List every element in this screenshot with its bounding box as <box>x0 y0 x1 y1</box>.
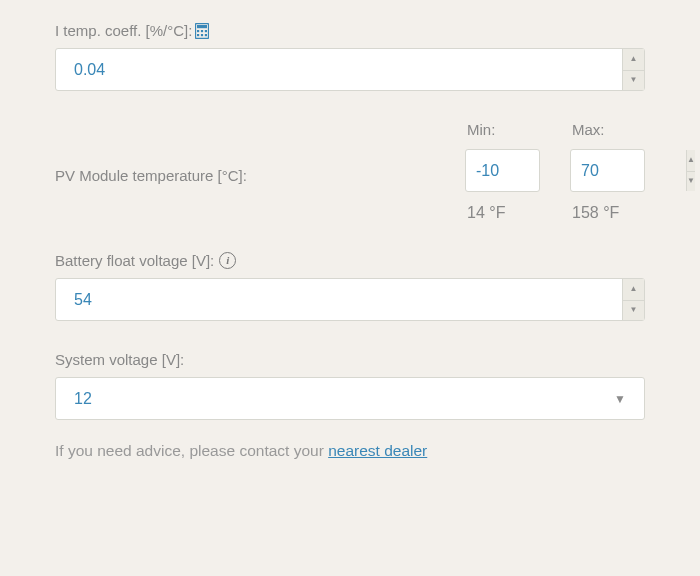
advice-prefix: If you need advice, please contact your <box>55 442 328 459</box>
i-temp-coeff-label: I temp. coeff. [%/°C]: <box>55 22 192 39</box>
float-voltage-spin-buttons: ▲ ▼ <box>622 279 644 320</box>
pv-temp-max-f: 158 °F <box>570 204 645 222</box>
pv-temp-min-spinner: ▲ ▼ <box>465 149 540 192</box>
svg-rect-4 <box>205 30 207 32</box>
i-temp-coeff-down-button[interactable]: ▼ <box>623 70 644 91</box>
pv-temp-min-f: 14 °F <box>465 204 540 222</box>
svg-rect-3 <box>201 30 203 32</box>
nearest-dealer-link[interactable]: nearest dealer <box>328 442 427 459</box>
svg-rect-6 <box>201 34 203 36</box>
i-temp-coeff-label-row: I temp. coeff. [%/°C]: <box>55 22 645 39</box>
field-pv-temp: PV Module temperature [°C]: Min: ▲ ▼ 14 … <box>55 121 645 222</box>
system-voltage-label: System voltage [V]: <box>55 351 184 368</box>
i-temp-coeff-up-button[interactable]: ▲ <box>623 49 644 70</box>
field-system-voltage: System voltage [V]: 12 ▼ <box>55 351 645 420</box>
float-voltage-up-button[interactable]: ▲ <box>623 279 644 300</box>
info-icon[interactable]: i <box>219 252 236 269</box>
float-voltage-input[interactable] <box>56 279 622 320</box>
advice-text: If you need advice, please contact your … <box>55 442 645 460</box>
calculator-icon[interactable] <box>195 23 209 39</box>
pv-temp-max-header: Max: <box>570 121 645 138</box>
pv-temp-min-header: Min: <box>465 121 540 138</box>
pv-temp-max-input[interactable] <box>571 150 700 191</box>
svg-rect-1 <box>197 25 207 28</box>
float-voltage-down-button[interactable]: ▼ <box>623 300 644 321</box>
float-voltage-spinner: ▲ ▼ <box>55 278 645 321</box>
svg-rect-5 <box>197 34 199 36</box>
form-panel: I temp. coeff. [%/°C]: ▲ ▼ <box>0 0 700 482</box>
float-voltage-label-row: Battery float voltage [V]: i <box>55 252 645 269</box>
i-temp-coeff-input[interactable] <box>56 49 622 90</box>
system-voltage-label-row: System voltage [V]: <box>55 351 645 368</box>
i-temp-coeff-spinner: ▲ ▼ <box>55 48 645 91</box>
svg-rect-7 <box>205 34 207 36</box>
chevron-down-icon: ▼ <box>614 392 626 406</box>
system-voltage-select[interactable]: 12 ▼ <box>55 377 645 420</box>
field-float-voltage: Battery float voltage [V]: i ▲ ▼ <box>55 252 645 321</box>
pv-temp-min-col: Min: ▲ ▼ 14 °F <box>465 121 540 222</box>
system-voltage-value: 12 <box>74 390 92 408</box>
i-temp-coeff-spin-buttons: ▲ ▼ <box>622 49 644 90</box>
field-i-temp-coeff: I temp. coeff. [%/°C]: ▲ ▼ <box>55 22 645 91</box>
svg-rect-2 <box>197 30 199 32</box>
pv-temp-label: PV Module temperature [°C]: <box>55 167 435 184</box>
float-voltage-label: Battery float voltage [V]: <box>55 252 214 269</box>
pv-temp-max-col: Max: ▲ ▼ 158 °F <box>570 121 645 222</box>
pv-temp-max-spinner: ▲ ▼ <box>570 149 645 192</box>
